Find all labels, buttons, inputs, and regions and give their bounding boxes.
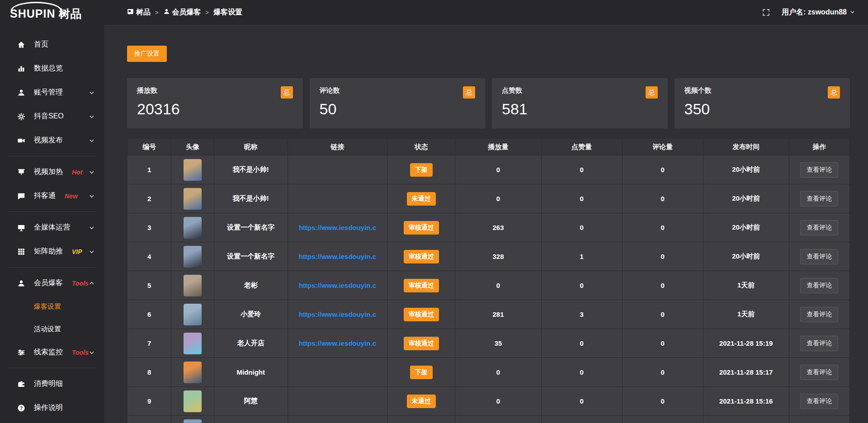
view-comments-button[interactable]: 查看评论 [800,191,838,207]
sidebar-divider [8,368,96,368]
cell-link [288,155,387,184]
sidebar-item-data-overview[interactable]: 数据总览 [0,56,104,80]
column-header-nickname: 昵称 [214,139,288,155]
status-badge[interactable]: 审核通过 [404,337,439,350]
stat-card-top: 点赞数总 [502,86,658,99]
cell-nickname: Midnight [214,358,288,387]
sidebar-item-clue-monitor[interactable]: 线索监控Tools [0,340,104,364]
comment-icon [17,192,25,200]
status-badge[interactable]: 下架 [410,163,433,177]
sidebar-subitem-baoke-settings[interactable]: 爆客设置 [0,295,104,318]
breadcrumb-label: 爆客设置 [213,8,242,17]
user-icon [17,279,25,287]
sidebar-item-label: 会员爆客 [34,278,63,288]
cell-action: 查看评论 [789,184,849,213]
cell-avatar [171,271,214,300]
sidebar-item-consume-detail[interactable]: 消费明细 [0,372,104,396]
table-row: 9阿慧未通过0002021-11-28 15:16查看评论 [127,387,850,416]
video-link[interactable]: https://www.iesdouyin.c [299,310,376,318]
logo-arc [11,2,61,11]
logo[interactable]: SHUPIN树品 [0,0,104,25]
sidebar-item-matrix-boost[interactable]: 矩阵助推VIP [0,240,104,263]
home-icon [17,41,25,49]
chevron-down-icon [849,9,855,17]
cell-comments: 0 [622,155,703,184]
cell-status: 审核通过 [387,271,455,300]
sidebar-item-video-heat[interactable]: 视频加热Hot [0,160,104,184]
stats-row: 播放数总20316评论数总50点赞数总581视频个数总350 [127,78,850,128]
chevron-down-icon [89,349,95,356]
stat-label: 评论数 [320,86,340,95]
topbar-right: 用户名: zswodun88 [762,8,855,17]
username-label: 用户名: zswodun88 [782,8,847,17]
cell-id [127,416,171,423]
sidebar-item-account-management[interactable]: 账号管理 [0,80,104,104]
sidebar-item-member-baoke[interactable]: 会员爆客Tools [0,271,104,295]
video-link[interactable]: https://www.iesdouyin.c [299,282,376,289]
view-comments-button[interactable]: 查看评论 [800,365,838,380]
cell-link: https://www.iesdouyin.c [288,271,387,300]
cell-avatar [171,300,214,329]
monitor-icon [17,224,25,232]
cell-comments [622,416,703,423]
avatar [184,246,202,268]
status-badge[interactable]: 审核通过 [404,250,439,263]
user-menu[interactable]: 用户名: zswodun88 [782,8,855,17]
cell-nickname: 设置一个新名字 [214,242,288,271]
table-row: 2我不是小帅!未通过00020小时前查看评论 [127,184,850,213]
cell-time: 1天前 [703,271,789,300]
sidebar-item-media-operation[interactable]: 全媒体运营 [0,216,104,240]
column-header-id: 编号 [127,139,171,155]
stat-card-videos: 视频个数总350 [675,78,850,128]
cell-plays: 0 [455,155,541,184]
sidebar-item-tag: New [65,193,78,200]
grid-icon [17,248,25,256]
view-comments-button[interactable]: 查看评论 [800,220,838,235]
stat-label: 点赞数 [502,86,522,95]
sidebar-item-operation-guide[interactable]: ?操作说明 [0,396,104,420]
status-badge[interactable]: 未通过 [407,192,436,206]
status-badge[interactable]: 审核通过 [404,308,439,321]
view-comments-button[interactable]: 查看评论 [800,336,838,351]
sidebar-subitem-activity-settings[interactable]: 活动设置 [0,318,104,340]
sidebar-item-douyin-seo[interactable]: 抖音SEO [0,104,104,128]
cell-action: 查看评论 [789,358,849,387]
fullscreen-icon[interactable] [762,9,770,16]
sidebar-item-tag: Hot [72,169,82,176]
table-row: 1我不是小帅!下架00020小时前查看评论 [127,155,850,184]
sidebar-item-home[interactable]: 首页 [0,33,104,56]
video-link[interactable]: https://www.iesdouyin.c [299,224,376,231]
app-grid-icon [127,8,134,17]
sidebar-divider [8,267,96,268]
column-header-status: 状态 [387,139,455,155]
view-comments-button[interactable]: 查看评论 [800,162,838,178]
promo-settings-button[interactable]: 推广设置 [127,46,167,62]
cell-link [288,387,387,416]
total-badge: 总 [646,86,658,99]
user-icon [17,89,25,97]
cell-status: 审核通过 [387,213,455,242]
view-comments-button[interactable]: 查看评论 [800,307,838,322]
status-badge[interactable]: 审核通过 [404,221,439,235]
breadcrumb-item-member-baoke[interactable]: 会员爆客 [163,8,201,17]
sidebar-item-douketong[interactable]: 抖客通New [0,184,104,208]
avatar [184,419,202,423]
breadcrumb-item-shupin[interactable]: 树品 [127,8,151,17]
view-comments-button[interactable]: 查看评论 [800,249,838,264]
stat-label: 播放数 [137,86,157,95]
cell-action: 查看评论 [789,155,849,184]
video-link[interactable]: https://www.iesdouyin.c [299,339,376,347]
view-comments-button[interactable]: 查看评论 [800,278,838,293]
sidebar-item-video-publish[interactable]: 视频发布 [0,128,104,152]
breadcrumb-label: 树品 [136,8,151,17]
status-badge[interactable]: 下架 [410,366,433,379]
status-badge[interactable]: 审核通过 [404,279,439,292]
cell-comments: 0 [622,387,703,416]
view-comments-button[interactable]: 查看评论 [800,394,838,409]
cell-status: 下架 [387,155,455,184]
status-badge[interactable]: 未通过 [407,395,436,408]
cell-link [288,184,387,213]
video-link[interactable]: https://www.iesdouyin.c [299,253,376,260]
table-row: 5老彬https://www.iesdouyin.c审核通过0001天前查看评论 [127,271,850,300]
cell-nickname: 我不是小帅! [214,155,288,184]
